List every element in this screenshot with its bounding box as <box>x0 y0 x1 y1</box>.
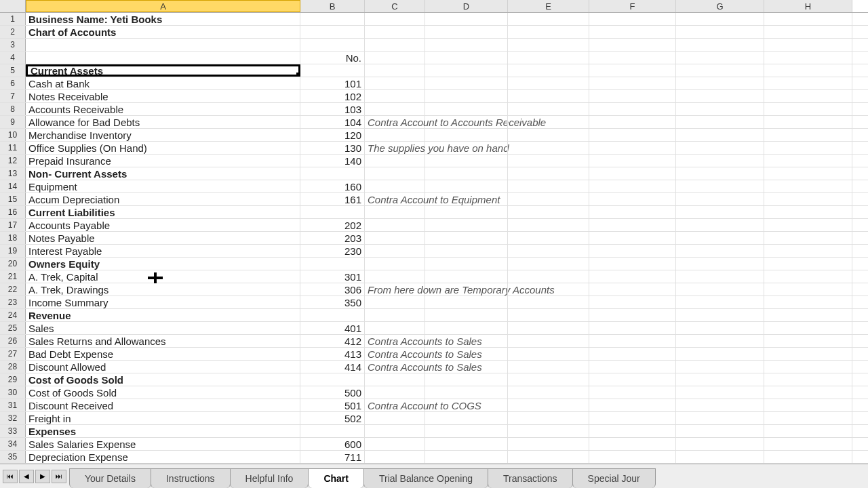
cell[interactable] <box>676 26 764 38</box>
cell[interactable] <box>676 39 764 51</box>
row-header[interactable]: 11 <box>0 142 26 154</box>
cell[interactable] <box>508 77 589 89</box>
cell[interactable] <box>676 425 764 437</box>
cell[interactable] <box>300 206 365 218</box>
cell[interactable] <box>589 142 676 154</box>
cell[interactable] <box>589 232 676 244</box>
cell[interactable] <box>676 103 764 115</box>
cell[interactable] <box>589 258 676 270</box>
cell[interactable] <box>589 283 676 296</box>
cell[interactable]: Expenses <box>26 425 300 437</box>
cell[interactable]: 350 <box>300 296 365 308</box>
cell[interactable] <box>425 412 508 424</box>
cell[interactable] <box>676 335 764 347</box>
cell[interactable] <box>425 373 508 386</box>
cell[interactable] <box>508 412 589 424</box>
cell[interactable] <box>764 206 852 218</box>
row-header[interactable]: 25 <box>0 322 26 334</box>
cell[interactable] <box>764 322 852 334</box>
cell[interactable] <box>589 77 676 89</box>
cell[interactable] <box>425 155 508 167</box>
cell[interactable] <box>508 373 589 386</box>
cell[interactable]: Notes Receivable <box>26 90 300 102</box>
cell[interactable] <box>589 180 676 192</box>
cell[interactable] <box>300 373 365 386</box>
cell[interactable] <box>764 167 852 180</box>
tab-nav-last[interactable]: ⏭ <box>52 470 66 483</box>
cell[interactable] <box>676 129 764 141</box>
cell[interactable]: Freight in <box>26 412 300 424</box>
cell[interactable] <box>425 39 508 51</box>
cell[interactable] <box>764 361 852 373</box>
cell[interactable] <box>764 309 852 321</box>
cell[interactable] <box>589 309 676 321</box>
cell[interactable] <box>589 39 676 51</box>
cell[interactable]: Current Liabilities <box>26 206 300 218</box>
cell[interactable] <box>365 373 425 386</box>
cell[interactable] <box>508 52 589 64</box>
cell[interactable] <box>425 90 508 102</box>
row-header[interactable]: 32 <box>0 412 26 424</box>
cell[interactable] <box>764 451 852 463</box>
cell[interactable] <box>676 270 764 283</box>
row-header[interactable]: 19 <box>0 245 26 257</box>
cell[interactable] <box>365 77 425 89</box>
cell[interactable] <box>425 425 508 437</box>
sheet-tab[interactable]: Special Jour <box>572 468 656 488</box>
cell[interactable]: 711 <box>300 451 365 463</box>
row-header[interactable]: 8 <box>0 103 26 115</box>
cell[interactable] <box>589 335 676 347</box>
cell[interactable] <box>425 77 508 89</box>
row-header[interactable]: 34 <box>0 438 26 450</box>
row-header[interactable]: 26 <box>0 335 26 347</box>
cell[interactable] <box>425 283 508 296</box>
cell[interactable] <box>764 386 852 399</box>
row-header[interactable]: 12 <box>0 155 26 167</box>
cell[interactable] <box>425 296 508 308</box>
cell[interactable] <box>676 412 764 424</box>
cell[interactable]: Contra Accounts to Sales <box>365 335 425 347</box>
cell[interactable]: 501 <box>300 399 365 411</box>
cell[interactable]: Interest Payable <box>26 245 300 257</box>
cell[interactable]: 306 <box>300 283 365 296</box>
cell[interactable] <box>589 90 676 102</box>
cell[interactable]: Chart of Accounts <box>26 26 300 38</box>
row-header[interactable]: 30 <box>0 386 26 399</box>
cell[interactable] <box>365 245 425 257</box>
column-header-e[interactable]: E <box>508 0 589 12</box>
cell[interactable] <box>508 335 589 347</box>
cell[interactable] <box>676 167 764 180</box>
row-header[interactable]: 6 <box>0 77 26 89</box>
cell[interactable]: 500 <box>300 386 365 399</box>
cell[interactable] <box>508 451 589 463</box>
cell[interactable]: 102 <box>300 90 365 102</box>
select-all-corner[interactable] <box>0 0 26 12</box>
cell[interactable] <box>589 386 676 399</box>
cell[interactable] <box>425 438 508 450</box>
cell[interactable] <box>676 283 764 296</box>
column-header-c[interactable]: C <box>365 0 425 12</box>
cell[interactable] <box>425 361 508 373</box>
cell[interactable]: Prepaid Insurance <box>26 155 300 167</box>
cell[interactable] <box>425 129 508 141</box>
cell[interactable] <box>365 386 425 399</box>
cell[interactable] <box>508 103 589 115</box>
cell[interactable]: 412 <box>300 335 365 347</box>
cell[interactable]: 401 <box>300 322 365 334</box>
cell[interactable] <box>300 258 365 270</box>
cell[interactable]: 101 <box>300 77 365 89</box>
cell[interactable] <box>425 167 508 180</box>
cell[interactable] <box>676 438 764 450</box>
cell[interactable] <box>676 90 764 102</box>
cell[interactable] <box>365 155 425 167</box>
cell[interactable] <box>589 296 676 308</box>
cell[interactable] <box>300 39 365 51</box>
tab-nav-first[interactable]: ⏮ <box>3 470 18 483</box>
cell[interactable] <box>425 13 508 25</box>
cell[interactable] <box>508 258 589 270</box>
cell[interactable]: Contra Account to Accounts Receivable <box>365 116 425 128</box>
cell[interactable]: 414 <box>300 361 365 373</box>
cell[interactable] <box>676 155 764 167</box>
cell[interactable] <box>425 219 508 231</box>
cell[interactable] <box>508 399 589 411</box>
